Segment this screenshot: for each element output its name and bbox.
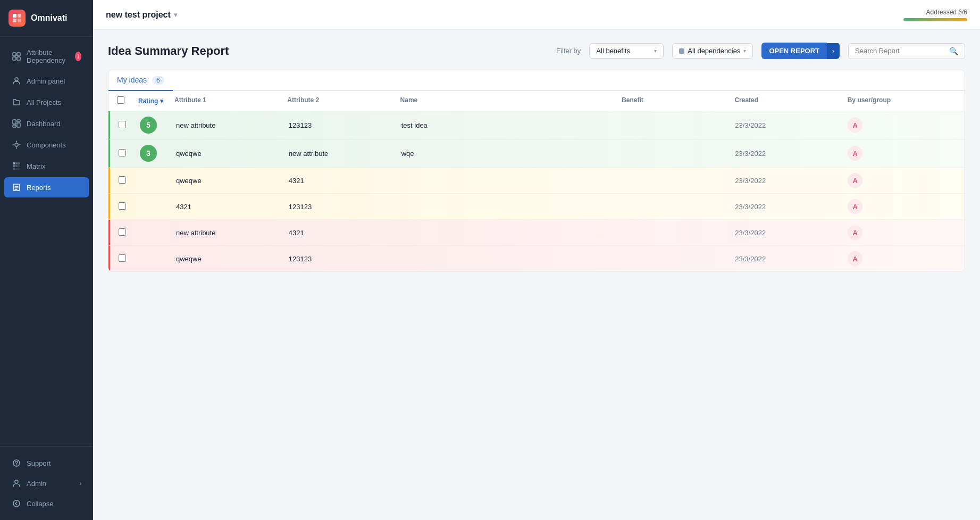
sidebar-item-admin-panel[interactable]: Admin panel: [4, 71, 89, 91]
td-attribute1: qweqwe: [176, 150, 284, 158]
sidebar-item-matrix[interactable]: Matrix: [4, 156, 89, 176]
sidebar-item-label: Dashboard: [27, 120, 61, 128]
td-attribute2: new attribute: [289, 150, 397, 158]
th-name: Name: [400, 96, 618, 105]
td-attribute2: 4321: [289, 229, 397, 237]
svg-rect-20: [13, 168, 15, 170]
svg-rect-9: [13, 120, 16, 124]
admin-arrow-icon: ›: [80, 481, 81, 486]
table-row[interactable]: qweqwe12312323/3/2022A: [108, 246, 965, 271]
td-attribute2: 123123: [289, 203, 397, 211]
svg-rect-18: [15, 165, 18, 167]
sidebar-bottom: Support Admin › Collapse: [0, 446, 93, 520]
project-dropdown-icon[interactable]: ▾: [174, 11, 177, 19]
sidebar-item-admin[interactable]: Admin ›: [4, 473, 89, 493]
sidebar-item-reports[interactable]: Reports: [4, 177, 89, 197]
td-rating: 3: [140, 145, 172, 162]
table-header: Rating ▾ Attribute 1 Attribute 2 Name Be…: [108, 91, 965, 111]
matrix-icon: [12, 161, 21, 171]
svg-rect-5: [17, 53, 20, 56]
collapse-icon: [12, 499, 21, 508]
search-box[interactable]: 🔍: [848, 43, 965, 59]
sidebar-item-dashboard[interactable]: Dashboard: [4, 113, 89, 134]
svg-rect-16: [18, 162, 20, 164]
filter-dependencies-select[interactable]: All dependencies ▾: [672, 43, 753, 59]
select-all-checkbox[interactable]: [117, 96, 124, 104]
rating-badge: 5: [140, 117, 157, 134]
th-created: Created: [734, 96, 843, 105]
svg-rect-21: [15, 168, 18, 170]
table-container: My ideas 6 Rating ▾ Attribute 1 Attribut…: [108, 70, 965, 272]
sidebar-logo: Omnivati: [0, 0, 93, 37]
td-attribute2: 123123: [289, 255, 397, 263]
search-input[interactable]: [855, 47, 945, 55]
project-name[interactable]: new test project ▾: [106, 10, 177, 20]
svg-rect-12: [13, 125, 16, 127]
row-checkbox[interactable]: [119, 228, 126, 236]
addressed-label: Addressed 6/6: [926, 9, 967, 16]
td-rating: 5: [140, 117, 172, 134]
filter-benefits-select[interactable]: All benefits ▾: [589, 43, 664, 59]
sidebar-item-support[interactable]: Support: [4, 453, 89, 473]
row-checkbox[interactable]: [119, 176, 126, 184]
info-badge: i: [75, 52, 81, 61]
th-rating[interactable]: Rating ▾: [138, 96, 170, 105]
filter-benefits-label: All benefits: [596, 47, 630, 55]
table-body: 5new attribute123123test idea23/3/2022A3…: [108, 111, 965, 271]
row-checkbox[interactable]: [119, 202, 126, 210]
search-icon: 🔍: [949, 47, 958, 55]
table-row[interactable]: 3qweqwenew attributewqe23/3/2022A: [108, 139, 965, 168]
td-created: 23/3/2022: [735, 255, 843, 263]
svg-rect-6: [13, 57, 16, 60]
row-checkbox[interactable]: [119, 254, 126, 262]
avatar: A: [848, 118, 862, 133]
logo-icon: [9, 10, 26, 27]
tabs-bar: My ideas 6: [108, 70, 965, 91]
table-row[interactable]: new attribute432123/3/2022A: [108, 220, 965, 246]
td-created: 23/3/2022: [735, 150, 843, 158]
sidebar-item-label: Support: [27, 459, 51, 467]
chevron-down-icon: ▾: [743, 48, 746, 54]
filter-label: Filter by: [556, 47, 581, 55]
row-checkbox[interactable]: [119, 149, 126, 156]
svg-rect-10: [17, 120, 20, 122]
svg-point-25: [13, 500, 20, 507]
sidebar: Omnivati Attribute Dependency i: [0, 0, 93, 520]
sidebar-item-all-projects[interactable]: All Projects: [4, 92, 89, 112]
open-report-button[interactable]: OPEN REPORT ›: [761, 43, 840, 59]
page-header: Idea Summary Report Filter by All benefi…: [108, 43, 965, 59]
progress-bar-fill: [903, 18, 967, 21]
svg-rect-4: [13, 53, 16, 56]
row-checkbox[interactable]: [119, 121, 126, 128]
admin-icon: [12, 478, 21, 488]
td-user: A: [848, 199, 956, 214]
addressed-bar: Addressed 6/6: [903, 9, 967, 21]
svg-rect-1: [18, 14, 21, 18]
svg-rect-7: [17, 57, 20, 60]
filter-dependencies-label: All dependencies: [688, 47, 740, 55]
sidebar-item-collapse[interactable]: Collapse: [4, 493, 89, 514]
svg-rect-15: [15, 162, 18, 164]
sidebar-item-attribute-dependency[interactable]: Attribute Dependency i: [4, 43, 89, 70]
components-icon: [12, 140, 21, 150]
sidebar-item-components[interactable]: Components: [4, 135, 89, 155]
td-attribute1: new attribute: [176, 121, 284, 129]
td-user: A: [848, 146, 956, 161]
table-row[interactable]: 432112312323/3/2022A: [108, 194, 965, 220]
th-attribute2: Attribute 2: [287, 96, 396, 105]
folder-icon: [12, 97, 21, 107]
td-user: A: [848, 118, 956, 133]
td-attribute2: 4321: [289, 177, 397, 185]
tab-my-ideas[interactable]: My ideas 6: [108, 70, 173, 91]
avatar: A: [848, 173, 862, 188]
dependency-dot-icon: [679, 48, 684, 54]
open-report-arrow-button[interactable]: ›: [827, 43, 840, 59]
chevron-down-icon: ▾: [654, 48, 657, 54]
sidebar-item-label: Reports: [27, 184, 51, 192]
sidebar-item-label: Attribute Dependency: [27, 48, 70, 64]
table-row[interactable]: qweqwe432123/3/2022A: [108, 168, 965, 194]
svg-point-24: [15, 480, 18, 483]
table-row[interactable]: 5new attribute123123test idea23/3/2022A: [108, 111, 965, 139]
open-report-main[interactable]: OPEN REPORT: [761, 43, 827, 59]
th-attribute1: Attribute 1: [174, 96, 283, 105]
